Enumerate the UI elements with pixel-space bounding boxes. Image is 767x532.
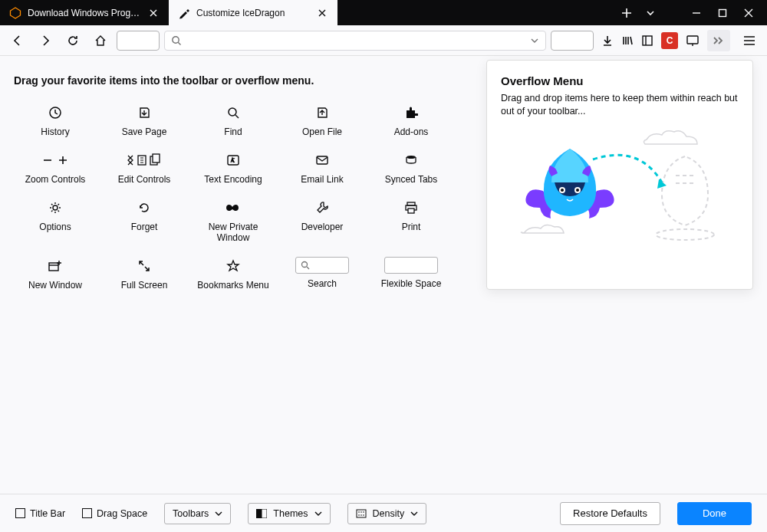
svg-point-30: [360, 514, 362, 516]
item-developer[interactable]: Developer: [281, 194, 364, 243]
item-open-file[interactable]: Open File: [281, 99, 364, 137]
item-options[interactable]: Options: [14, 194, 97, 243]
item-label: Edit Controls: [118, 174, 171, 185]
downloads-icon[interactable]: [601, 34, 614, 47]
svg-rect-8: [153, 154, 160, 163]
minimize-icon[interactable]: [692, 8, 701, 18]
svg-point-21: [561, 189, 564, 192]
svg-point-29: [358, 514, 360, 516]
close-window-icon[interactable]: [744, 8, 753, 18]
item-forget[interactable]: Forget: [103, 194, 186, 243]
home-button[interactable]: [89, 29, 112, 52]
maximize-icon[interactable]: [718, 8, 727, 18]
zoom-icon: [42, 151, 68, 169]
item-label: Synced Tabs: [385, 174, 438, 185]
new-tab-icon[interactable]: [621, 8, 632, 18]
developer-icon: [315, 199, 329, 217]
chevron-down-icon[interactable]: [530, 36, 539, 45]
item-history[interactable]: History: [14, 99, 97, 137]
item-text-encoding[interactable]: Text Encoding: [192, 146, 275, 185]
item-label: Developer: [301, 222, 344, 232]
reload-button[interactable]: [61, 29, 84, 52]
item-label: Flexible Space: [381, 278, 442, 289]
customize-pane: Drag your favorite items into the toolba…: [0, 56, 486, 494]
item-label: Forget: [131, 222, 158, 232]
sidebar-icon[interactable]: [641, 34, 653, 47]
library-icon[interactable]: [621, 34, 634, 47]
address-bar[interactable]: [164, 31, 546, 51]
item-print[interactable]: Print: [370, 194, 453, 243]
item-label: Open File: [302, 126, 342, 137]
close-icon[interactable]: [147, 7, 160, 19]
chevron-down-icon: [410, 510, 418, 517]
history-icon: [48, 103, 62, 122]
item-search[interactable]: Search: [281, 252, 364, 291]
item-new-window[interactable]: New Window: [14, 252, 97, 291]
svg-point-12: [53, 205, 58, 210]
item-new-private-window[interactable]: New Private Window: [192, 194, 275, 243]
item-edit-controls[interactable]: Edit Controls: [103, 146, 186, 185]
customize-instruction: Drag your favorite items into the toolba…: [14, 74, 468, 87]
item-label: Save Page: [122, 126, 167, 137]
svg-rect-0: [719, 9, 726, 16]
tabs-dropdown-icon[interactable]: [646, 8, 655, 18]
dragspace-checkbox[interactable]: Drag Space: [82, 508, 147, 519]
item-save-page[interactable]: Save Page: [103, 99, 186, 137]
item-label: Full Screen: [121, 280, 168, 291]
themes-icon: [256, 508, 267, 519]
media-icon[interactable]: [686, 34, 700, 47]
restore-defaults-button[interactable]: Restore Defaults: [560, 502, 660, 525]
edit-controls-icon: [126, 151, 163, 169]
bookmarks-icon: [226, 257, 240, 275]
item-flexible-space[interactable]: Flexible Space: [370, 252, 453, 291]
comodo-icon[interactable]: C: [661, 32, 678, 49]
item-bookmarks-menu[interactable]: Bookmarks Menu: [192, 252, 275, 291]
item-full-screen[interactable]: Full Screen: [103, 252, 186, 291]
forward-button[interactable]: [34, 29, 57, 52]
overflow-menu-panel[interactable]: Overflow Menu Drag and drop items here t…: [486, 60, 753, 290]
density-select[interactable]: Density: [347, 503, 427, 524]
item-label: Search: [308, 278, 337, 289]
search-box[interactable]: [551, 31, 594, 51]
item-find[interactable]: Find: [192, 99, 275, 137]
done-button[interactable]: Done: [677, 502, 752, 525]
back-button[interactable]: [6, 29, 29, 52]
tab-title: Download Windows Programs: [28, 8, 141, 18]
item-synced-tabs[interactable]: Synced Tabs: [370, 146, 453, 185]
svg-point-11: [407, 156, 416, 159]
item-label: Text Encoding: [204, 174, 262, 185]
svg-rect-10: [317, 156, 328, 164]
customize-favicon-icon: [178, 7, 190, 19]
select-label: Toolbars: [173, 508, 209, 519]
density-icon: [356, 508, 367, 519]
save-page-icon: [137, 103, 151, 122]
item-zoom-controls[interactable]: Zoom Controls: [14, 146, 97, 185]
item-label: History: [41, 126, 69, 137]
overflow-description: Drag and drop items here to keep them wi…: [501, 92, 739, 118]
checkbox-icon: [82, 508, 92, 518]
identity-box[interactable]: [117, 31, 160, 51]
item-addons[interactable]: Add-ons: [370, 99, 453, 137]
select-label: Density: [373, 508, 405, 519]
titlebar-checkbox[interactable]: Title Bar: [15, 508, 65, 519]
overflow-button[interactable]: [707, 30, 730, 51]
open-file-icon: [315, 103, 329, 122]
toolbars-select[interactable]: Toolbars: [164, 503, 231, 524]
email-icon: [315, 151, 329, 169]
themes-select[interactable]: Themes: [248, 503, 330, 524]
fullscreen-icon: [137, 257, 151, 275]
svg-rect-3: [687, 36, 698, 44]
overflow-title: Overflow Menu: [501, 74, 739, 87]
find-icon: [226, 103, 240, 122]
customize-footer: Title Bar Drag Space Toolbars Themes Den…: [0, 494, 767, 532]
checkbox-label: Title Bar: [30, 508, 65, 519]
menu-button[interactable]: [738, 29, 761, 52]
button-label: Done: [703, 507, 726, 519]
close-icon[interactable]: [316, 7, 328, 19]
tab-actions: [606, 0, 670, 25]
tab-customize[interactable]: Customize IceDragon: [169, 0, 337, 25]
item-email-link[interactable]: Email Link: [281, 146, 364, 185]
item-label: Email Link: [301, 174, 343, 185]
checkbox-icon: [15, 508, 25, 518]
tab-download-windows[interactable]: Download Windows Programs: [0, 0, 169, 25]
